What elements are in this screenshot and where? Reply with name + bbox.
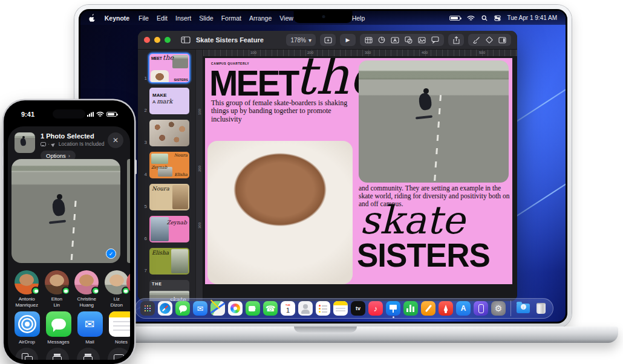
minimize-window-button[interactable] — [154, 37, 160, 43]
share-actions-row — [15, 348, 130, 360]
text-icon[interactable] — [391, 37, 399, 44]
dock-safari-icon[interactable] — [158, 301, 172, 316]
document-panel-icon[interactable] — [498, 37, 506, 44]
dock-mail-icon[interactable]: ✉ — [193, 301, 207, 316]
mail-app[interactable]: ✉ Mail — [76, 311, 103, 345]
copy-action-button[interactable] — [15, 348, 38, 360]
action-button[interactable] — [1, 143, 3, 149]
messages-icon — [46, 311, 71, 337]
dock-system-settings-icon[interactable]: ⚙ — [491, 301, 506, 316]
side-button[interactable] — [135, 160, 137, 174]
dock-phone-icon[interactable]: ☎ — [263, 301, 278, 316]
table-icon[interactable] — [365, 37, 373, 44]
dock-launchpad-icon[interactable] — [140, 301, 155, 316]
dock-trash-icon[interactable] — [533, 301, 548, 316]
slide-thumbnail-4[interactable]: 4 Noura Zeynab Elisha — [139, 152, 194, 178]
battery-icon[interactable] — [449, 16, 460, 21]
chart-icon[interactable] — [378, 36, 385, 44]
dock-music-icon[interactable]: ♪ — [368, 301, 383, 316]
animate-icon[interactable] — [486, 36, 493, 44]
slide-thumbnail-1[interactable]: 1 MEET the SISTERS — [139, 54, 194, 82]
slide-outro[interactable]: SISTERS — [357, 238, 490, 272]
contact-elton[interactable]: EltonLin — [44, 270, 71, 308]
close-window-button[interactable] — [144, 37, 150, 43]
search-icon[interactable] — [481, 15, 488, 21]
iphone-status-bar: 9:41 — [8, 109, 130, 119]
slide-skater-photo[interactable] — [359, 60, 509, 183]
add-to-shared-album-button[interactable] — [46, 348, 69, 360]
menu-format[interactable]: Format — [221, 15, 241, 22]
dock-messages-icon[interactable] — [175, 301, 190, 316]
contact-partial[interactable] — [125, 270, 130, 294]
status-time: 9:41 — [21, 111, 34, 118]
share-icon[interactable] — [448, 34, 464, 46]
menu-slide[interactable]: Slide — [199, 15, 213, 22]
notes-icon — [109, 311, 131, 337]
control-center-icon[interactable] — [494, 15, 501, 21]
dock-pages-icon[interactable] — [421, 301, 435, 316]
notes-app[interactable]: Notes — [108, 311, 130, 345]
add-slide-button[interactable] — [320, 34, 336, 46]
menu-file[interactable]: File — [139, 15, 149, 22]
slide-portrait-photo[interactable] — [207, 141, 353, 284]
menu-arrange[interactable]: Arrange — [249, 15, 272, 22]
dock-contacts-icon[interactable] — [298, 301, 313, 316]
zoom-window-button[interactable] — [165, 37, 171, 43]
dock-iphone-mirroring-icon[interactable] — [474, 301, 488, 316]
zoom-select[interactable]: 178% ▾ — [286, 34, 316, 46]
slide-thumbnail-7[interactable]: 7 Elisha — [139, 248, 194, 275]
wifi-icon[interactable] — [467, 15, 475, 21]
add-to-album-button[interactable] — [77, 348, 100, 360]
slide-headline[interactable]: MEET — [209, 65, 298, 102]
dock-downloads-icon[interactable] — [516, 301, 530, 316]
menu-edit[interactable]: Edit — [157, 15, 168, 22]
keynote-titlebar: Skate Sisters Feature 178% ▾ ▶ — [138, 31, 517, 50]
comment-icon[interactable] — [431, 36, 439, 44]
play-button[interactable]: ▶ — [340, 34, 356, 46]
dock-tv-icon[interactable]: tv — [351, 301, 365, 316]
dock-divider — [510, 301, 511, 316]
menu-help[interactable]: Help — [352, 15, 365, 22]
insert-toolbar — [360, 34, 444, 46]
current-slide[interactable]: CAMPUS QUARTERLY MEET the This group of … — [205, 58, 512, 284]
menu-app-name[interactable]: Keynote — [103, 15, 131, 22]
dock-maps-icon[interactable] — [210, 301, 225, 316]
selected-check-badge: ✓ — [106, 249, 116, 259]
slide-thumbnail-5[interactable]: 5 Noura — [139, 184, 194, 210]
dock-photos-icon[interactable] — [228, 301, 243, 316]
close-button[interactable]: ✕ — [108, 132, 123, 148]
slide-thumbnail-2[interactable]: 2 MAKE A mark — [139, 88, 194, 114]
menu-view[interactable]: View — [279, 15, 293, 22]
keynote-window: Skate Sisters Feature 178% ▾ ▶ — [138, 31, 517, 301]
dock-facetime-icon[interactable] — [246, 301, 260, 316]
slide-thumbnail-6[interactable]: 6 Zeynab — [139, 216, 194, 242]
messages-app[interactable]: Messages — [45, 311, 72, 345]
slide-outro-script[interactable]: skate — [360, 201, 465, 239]
dock-app-store-icon[interactable]: A — [456, 301, 471, 316]
shape-icon[interactable] — [405, 36, 413, 44]
dock-games-icon[interactable] — [439, 301, 453, 316]
selected-photo[interactable]: ✓ — [11, 159, 120, 263]
format-brush-icon[interactable] — [473, 36, 480, 44]
contact-antonio[interactable]: AntonioManriquez — [13, 270, 41, 308]
apple-menu-icon[interactable] — [89, 14, 96, 22]
dock-reminders-icon[interactable] — [316, 301, 330, 316]
airdrop-app[interactable]: AirDrop — [13, 311, 41, 345]
contact-christine[interactable]: ChristineHuang — [73, 270, 100, 308]
menu-insert[interactable]: Insert — [175, 15, 191, 22]
skater-silhouette — [417, 88, 435, 116]
volume-up-button[interactable] — [1, 156, 3, 166]
slide-thumbnail-3[interactable]: 3 — [139, 120, 194, 146]
dock-notes-icon[interactable] — [333, 301, 348, 316]
volume-down-button[interactable] — [1, 169, 3, 179]
media-icon[interactable] — [418, 37, 426, 44]
slide-intro-text[interactable]: This group of female skate-boarders is s… — [211, 99, 357, 123]
sidebar-view-icon[interactable] — [181, 36, 191, 44]
menu-clock[interactable]: Tue Apr 1 9:41 AM — [507, 15, 557, 21]
dock-numbers-icon[interactable] — [403, 301, 418, 316]
airplay-button[interactable] — [108, 348, 130, 360]
next-photo-edge[interactable] — [127, 159, 130, 263]
thumb-portrait — [151, 70, 169, 82]
dock-calendar-icon[interactable]: TUE1 — [281, 301, 295, 316]
dock-keynote-icon[interactable] — [386, 301, 400, 316]
